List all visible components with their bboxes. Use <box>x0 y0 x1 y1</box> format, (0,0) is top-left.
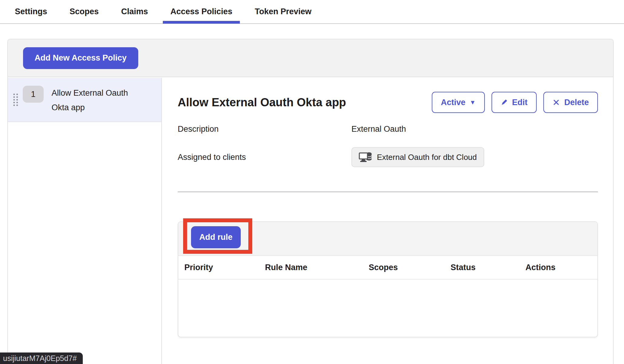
tab-claims[interactable]: Claims <box>121 0 148 24</box>
client-chip[interactable]: External Oauth for dbt Cloud <box>351 147 484 167</box>
annotation-highlight-box: Add rule <box>183 218 252 254</box>
column-status: Status <box>451 263 525 272</box>
column-priority: Priority <box>184 263 265 272</box>
delete-button[interactable]: ✕ Delete <box>543 92 598 113</box>
edit-button[interactable]: Edit <box>491 92 537 113</box>
client-chip-label: External Oauth for dbt Cloud <box>377 153 477 162</box>
tab-token-preview[interactable]: Token Preview <box>255 0 311 24</box>
policy-list-item[interactable]: 1 Allow External Oauth Okta app <box>8 78 161 122</box>
rules-table-header: Priority Rule Name Scopes Status Actions <box>178 256 597 280</box>
tab-settings[interactable]: Settings <box>15 0 47 24</box>
column-scopes: Scopes <box>369 263 451 272</box>
policy-title: Allow External Oauth Okta app <box>178 96 346 109</box>
assigned-to-clients-label: Assigned to clients <box>178 153 351 162</box>
tab-bar: Settings Scopes Claims Access Policies T… <box>0 0 624 24</box>
status-label: Active <box>441 98 465 107</box>
policy-detail-pane: Allow External Oauth Okta app Active ▼ E… <box>163 78 613 364</box>
column-actions: Actions <box>525 263 597 272</box>
description-value: External Oauth <box>351 124 406 134</box>
link-preview-statusbar: usijiutarM7Aj0Ep5d7# <box>0 352 83 364</box>
policy-order-badge: 1 <box>23 86 44 103</box>
access-policies-panel: Add New Access Policy 1 Allow External O… <box>7 39 614 364</box>
column-rule-name: Rule Name <box>265 263 369 272</box>
panel-header: Add New Access Policy <box>8 39 613 77</box>
policy-item-label: Allow External Oauth Okta app <box>52 86 139 115</box>
add-rule-button[interactable]: Add rule <box>191 226 241 248</box>
client-app-icon <box>359 151 373 163</box>
policy-list-sidebar: 1 Allow External Oauth Okta app <box>8 78 162 364</box>
delete-label: Delete <box>564 98 589 107</box>
description-label: Description <box>178 124 351 134</box>
status-dropdown-button[interactable]: Active ▼ <box>432 92 485 113</box>
add-new-access-policy-button[interactable]: Add New Access Policy <box>23 47 138 69</box>
tab-scopes[interactable]: Scopes <box>70 0 99 24</box>
drag-handle-icon[interactable] <box>13 94 18 106</box>
section-divider <box>178 191 598 192</box>
edit-label: Edit <box>512 98 528 107</box>
policy-actions: Active ▼ Edit ✕ Delete <box>432 92 598 113</box>
edit-pencil-icon <box>501 99 508 106</box>
chevron-down-icon: ▼ <box>470 99 476 106</box>
close-icon: ✕ <box>552 97 560 108</box>
tab-access-policies[interactable]: Access Policies <box>170 0 232 24</box>
rules-card: Add rule Priority Rule Name Scopes Statu… <box>178 221 598 337</box>
